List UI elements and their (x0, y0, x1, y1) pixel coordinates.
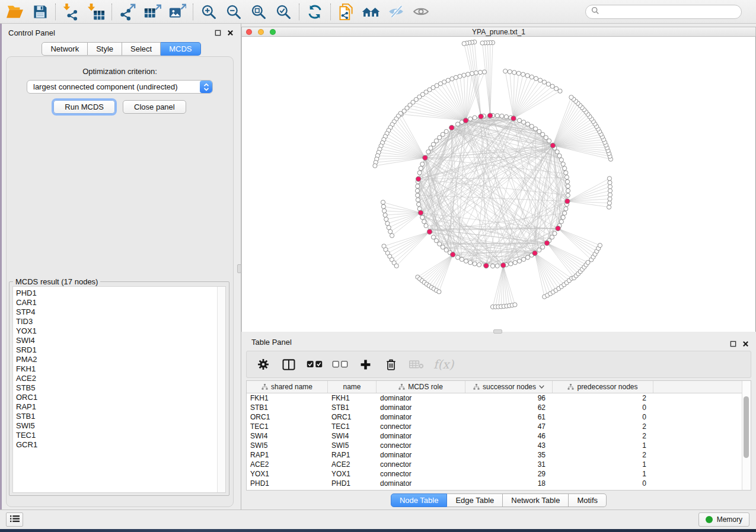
graph-node[interactable] (555, 150, 559, 154)
graph-node[interactable] (522, 257, 526, 261)
zoom-fit-button[interactable] (246, 2, 271, 22)
import-network-button[interactable] (59, 2, 84, 22)
graph-node[interactable] (508, 70, 512, 74)
tab-mcds[interactable]: MCDS (161, 42, 200, 56)
mcds-result-item[interactable]: STB1 (16, 412, 217, 421)
graph-node[interactable] (444, 129, 448, 133)
graph-node[interactable] (434, 139, 438, 143)
graph-node[interactable] (417, 171, 422, 175)
zoom-in-button[interactable] (196, 2, 221, 22)
graph-node[interactable] (608, 185, 612, 189)
column-header-successor-nodes[interactable]: successor nodes (465, 381, 553, 393)
tab-select[interactable]: Select (122, 42, 161, 56)
graph-node[interactable] (513, 303, 517, 307)
table-tab-node-table[interactable]: Node Table (391, 493, 448, 507)
mcds-result-item[interactable]: PHD1 (16, 289, 217, 298)
graph-node[interactable] (373, 164, 377, 168)
graph-node[interactable] (564, 175, 569, 180)
graph-node[interactable] (557, 153, 562, 158)
table-scrollbar[interactable] (742, 381, 751, 490)
search-box[interactable] (585, 5, 742, 19)
table-row[interactable]: SWI4SWI4dominator462 (247, 431, 751, 441)
mcds-result-item[interactable]: STP4 (16, 307, 217, 317)
graph-node[interactable] (431, 235, 435, 239)
minimize-window-icon[interactable] (258, 29, 264, 35)
mcds-result-item[interactable]: PMA2 (16, 355, 217, 364)
mcds-result-item[interactable]: SRD1 (16, 345, 217, 355)
table-row[interactable]: FKH1FKH1dominator962 (247, 393, 751, 403)
graph-node[interactable] (537, 248, 541, 252)
graph-node[interactable] (525, 122, 529, 126)
split-view-button[interactable] (280, 356, 297, 373)
graph-node[interactable] (550, 84, 554, 88)
graph-node[interactable] (388, 229, 393, 233)
export-image-button[interactable] (165, 2, 190, 22)
graph-node[interactable] (558, 89, 562, 93)
graph-hub-node[interactable] (423, 155, 428, 160)
mcds-list-scrollbar[interactable] (217, 287, 225, 492)
graph-hub-node[interactable] (463, 118, 468, 123)
graph-hub-node[interactable] (544, 241, 549, 245)
select-all-rows-button[interactable] (306, 356, 323, 373)
graph-node[interactable] (420, 162, 425, 166)
graph-node[interactable] (538, 78, 543, 82)
graph-hub-node[interactable] (479, 114, 483, 118)
graph-node[interactable] (564, 207, 568, 211)
close-table-panel-icon[interactable] (742, 340, 749, 347)
graph-node[interactable] (474, 70, 478, 75)
search-input[interactable] (603, 7, 736, 17)
graph-node[interactable] (513, 261, 517, 265)
optimization-criterion-select[interactable]: largest connected component (undirected) (27, 80, 213, 94)
table-scrollbar-thumb[interactable] (744, 396, 749, 458)
graph-node[interactable] (500, 114, 504, 118)
graph-node[interactable] (561, 215, 565, 219)
graph-node[interactable] (525, 255, 529, 259)
mcds-result-item[interactable]: FKH1 (16, 364, 217, 374)
graph-node[interactable] (416, 198, 420, 202)
run-mcds-button[interactable]: Run MCDS (53, 100, 115, 114)
graph-node[interactable] (516, 71, 521, 75)
import-table-button[interactable] (84, 2, 109, 22)
graph-hub-node[interactable] (427, 229, 432, 234)
graph-node[interactable] (517, 259, 521, 263)
graph-node[interactable] (559, 158, 563, 162)
graph-hub-node[interactable] (418, 210, 423, 215)
table-options-button[interactable] (255, 356, 272, 373)
graph-node[interactable] (424, 223, 428, 227)
graph-node[interactable] (512, 70, 516, 75)
graph-hub-node[interactable] (451, 252, 455, 257)
graph-node[interactable] (529, 124, 534, 129)
table-tab-network-table[interactable]: Network Table (503, 493, 569, 507)
graph-node[interactable] (482, 70, 486, 74)
mcds-result-item[interactable]: RAP1 (16, 402, 217, 412)
graph-node[interactable] (422, 220, 426, 224)
graph-node[interactable] (607, 205, 611, 209)
graph-hub-node[interactable] (416, 177, 420, 181)
graph-node[interactable] (416, 193, 420, 197)
graph-node[interactable] (426, 150, 430, 154)
graph-node[interactable] (495, 114, 499, 118)
deselect-all-rows-button[interactable] (331, 356, 348, 373)
mcds-result-item[interactable]: STB5 (16, 383, 217, 393)
graph-node[interactable] (441, 132, 445, 136)
zoom-window-icon[interactable] (270, 29, 276, 35)
table-row[interactable]: STB1STB1dominator620 (247, 403, 751, 412)
graph-node[interactable] (608, 193, 612, 197)
graph-node[interactable] (429, 146, 433, 150)
graph-node[interactable] (542, 80, 546, 84)
table-row[interactable]: ORC1ORC1dominator610 (247, 412, 751, 422)
export-network-button[interactable] (115, 2, 140, 22)
column-header-shared-name[interactable]: shared name (247, 381, 328, 393)
graph-node[interactable] (559, 220, 563, 224)
graph-node[interactable] (468, 261, 473, 265)
graph-hub-node[interactable] (484, 263, 489, 268)
graph-node[interactable] (607, 177, 611, 181)
mcds-result-item[interactable]: TID3 (16, 317, 217, 326)
graph-node[interactable] (438, 136, 442, 140)
graph-node[interactable] (394, 264, 398, 268)
graph-node[interactable] (383, 213, 387, 217)
graph-node[interactable] (462, 41, 466, 46)
float-panel-icon[interactable] (214, 29, 221, 36)
graph-node[interactable] (480, 41, 484, 45)
graph-node[interactable] (387, 226, 391, 230)
